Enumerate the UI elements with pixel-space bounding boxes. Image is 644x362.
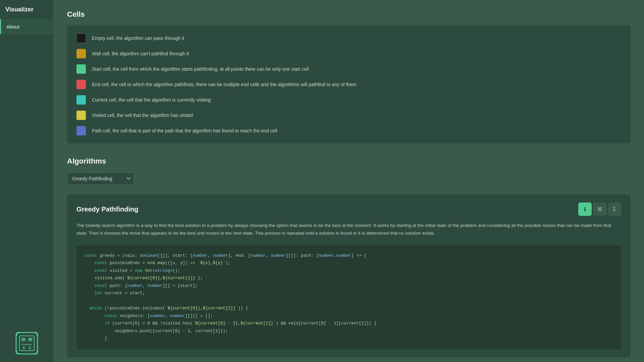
algo-info-button[interactable]: ℹ	[578, 202, 592, 216]
sidebar-item-about-label: About	[6, 24, 19, 29]
svg-rect-12	[16, 351, 17, 354]
sidebar: Visualizer About	[0, 0, 54, 362]
cell-legend-item-visited: Visited cell, the cell that the algorith…	[76, 111, 621, 120]
cell-legend-item-empty: Empty cell, the algorithm can pass throu…	[76, 34, 621, 43]
svg-rect-8	[16, 333, 17, 336]
cell-desc-start: Start cell, the cell from which the algo…	[92, 66, 309, 72]
algo-card-title: Greedy Pathfinding	[76, 205, 138, 213]
cell-color-end	[76, 80, 86, 89]
code-block: const greedy = (vals: boolean[][], start…	[76, 245, 621, 349]
cell-color-current	[76, 95, 86, 105]
svg-rect-5	[23, 347, 25, 349]
cells-card: Empty cell, the algorithm can pass throu…	[67, 25, 631, 143]
cell-legend-item-start: Start cell, the cell from which the algo…	[76, 64, 621, 74]
cell-legend-item-wall: Wall cell, the algorithm can't pathfind …	[76, 49, 621, 58]
svg-rect-14	[37, 351, 38, 354]
cells-section: Cells Empty cell, the algorithm can pass…	[67, 10, 631, 143]
cell-color-start	[76, 64, 86, 74]
algo-sigma-button[interactable]: Σ	[608, 202, 621, 216]
main-content: Cells Empty cell, the algorithm can pass…	[54, 0, 644, 362]
sidebar-logo	[0, 324, 53, 362]
cell-desc-current: Current cell, the cell that the algorith…	[92, 97, 211, 103]
algorithms-title: Algorithms	[67, 157, 631, 166]
svg-rect-2	[21, 338, 25, 341]
cell-legend-item-current: Current cell, the cell that the algorith…	[76, 95, 621, 105]
cell-desc-end: End cell, the cell to which the algorith…	[92, 82, 356, 87]
cell-legend-item-end: End cell, the cell to which the algorith…	[76, 80, 621, 89]
algo-dropdown[interactable]: Greedy Pathfinding A* Pathfinding Dijkst…	[67, 172, 134, 185]
algo-description: The Greedy search algorithm is a way to …	[76, 222, 621, 237]
cell-desc-path: Path cell, the cell that is part of the …	[92, 128, 277, 133]
svg-rect-6	[29, 347, 31, 349]
svg-rect-10	[37, 333, 38, 336]
svg-rect-3	[28, 338, 32, 341]
cell-desc-empty: Empty cell, the algorithm can pass throu…	[92, 36, 184, 41]
sidebar-item-about[interactable]: About	[0, 19, 53, 34]
cell-color-visited	[76, 111, 86, 120]
algo-key-button[interactable]: ⌘	[593, 202, 606, 216]
logo-icon	[13, 330, 40, 357]
algo-dropdown-wrapper: Greedy Pathfinding A* Pathfinding Dijkst…	[67, 172, 631, 185]
sidebar-nav: About	[0, 19, 53, 34]
cell-desc-visited: Visited cell, the cell that the algorith…	[92, 113, 193, 118]
cell-legend-item-path: Path cell, the cell that is part of the …	[76, 126, 621, 135]
app-title: Visualizer	[0, 0, 53, 19]
algo-card-header: Greedy Pathfinding ℹ ⌘ Σ	[76, 202, 621, 216]
cell-color-wall	[76, 49, 86, 58]
algorithms-section: Algorithms Greedy Pathfinding A* Pathfin…	[67, 157, 631, 357]
algo-card-buttons: ℹ ⌘ Σ	[578, 202, 621, 216]
cell-color-path	[76, 126, 86, 135]
cell-desc-wall: Wall cell, the algorithm can't pathfind …	[92, 51, 189, 56]
cells-title: Cells	[67, 10, 631, 19]
cell-color-empty	[76, 34, 86, 43]
svg-rect-4	[21, 344, 32, 345]
algo-detail-card: Greedy Pathfinding ℹ ⌘ Σ The Greedy sear…	[67, 194, 631, 357]
